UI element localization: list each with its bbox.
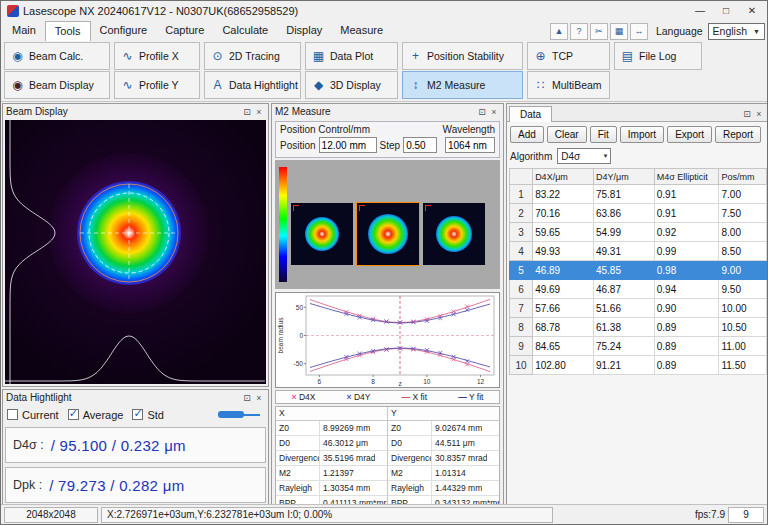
file-log-icon: ▤	[621, 49, 634, 63]
m2-result-row: Z0 8.99269 mm	[276, 421, 387, 436]
collapse-ribbon-icon[interactable]: ▲	[550, 23, 568, 40]
language-select[interactable]: English ▼	[708, 23, 765, 40]
checkbox-box[interactable]	[132, 409, 143, 420]
tool-tcp[interactable]: ⊕ TCP	[527, 42, 610, 70]
table-row-10[interactable]: 10102.8091.210.8911.50	[510, 356, 767, 375]
cursor-info-status: X:2.726971e+03um,Y:6.232781e+03um I:0; 0…	[101, 507, 553, 523]
menu-item-display[interactable]: Display	[277, 21, 331, 41]
menu-item-configure[interactable]: Configure	[91, 21, 157, 41]
tool-profile-y[interactable]: ∿ Profile Y	[114, 71, 200, 99]
step-input[interactable]	[403, 137, 437, 153]
tool-profile-x[interactable]: ∿ Profile X	[114, 42, 200, 70]
counter-box[interactable]: 9	[728, 507, 764, 523]
close-panel-icon[interactable]: ×	[253, 393, 265, 403]
export-button[interactable]: Export	[667, 126, 712, 143]
column-header-3[interactable]: M4σ Ellipticit	[654, 169, 719, 185]
row-number[interactable]: 3	[510, 223, 533, 242]
beam-thumbnail-1[interactable]	[291, 203, 353, 265]
beam-thumbnail-2-selected[interactable]	[357, 203, 419, 265]
table-cell: 61.38	[593, 318, 654, 337]
row-number[interactable]: 4	[510, 242, 533, 261]
tool-file-log[interactable]: ▤ File Log	[614, 42, 702, 70]
tool-beam-calc[interactable]: ◉ Beam Calc.	[4, 42, 110, 70]
resize-icon[interactable]: ↔	[630, 23, 648, 40]
layout-icon[interactable]: ▦	[610, 23, 628, 40]
report-button[interactable]: Report	[715, 126, 761, 143]
table-row-8[interactable]: 868.7861.380.8910.50	[510, 318, 767, 337]
table-row-4[interactable]: 449.9349.310.998.50	[510, 242, 767, 261]
menu-item-calculate[interactable]: Calculate	[213, 21, 277, 41]
measurement-table: D4X/μmD4Y/μmM4σ EllipticitPos/mm183.2275…	[509, 168, 767, 375]
algorithm-select[interactable]: D4σ ▾	[557, 148, 611, 164]
row-number[interactable]: 5	[510, 261, 533, 280]
clear-button[interactable]: Clear	[547, 126, 587, 143]
checkbox-box[interactable]	[68, 409, 79, 420]
row-number[interactable]: 6	[510, 280, 533, 299]
highlight-zoom-slider[interactable]	[218, 411, 260, 418]
tool-multibeam[interactable]: ∷ MultiBeam	[527, 71, 610, 99]
column-header-1[interactable]: D4X/μm	[533, 169, 594, 185]
m2-result-row: Z0 9.02674 mm	[388, 421, 499, 436]
column-header-2[interactable]: D4Y/μm	[593, 169, 654, 185]
checkbox-std[interactable]: Std	[132, 409, 164, 421]
float-panel-icon[interactable]: ⊡	[241, 393, 253, 403]
position-input[interactable]	[319, 137, 377, 153]
tool-position-stability[interactable]: + Position Stability	[402, 42, 523, 70]
import-button[interactable]: Import	[620, 126, 664, 143]
menu-item-tools[interactable]: Tools	[45, 21, 91, 41]
column-header-0[interactable]	[510, 169, 533, 185]
checkbox-current[interactable]: Current	[7, 409, 59, 421]
column-header-4[interactable]: Pos/mm	[719, 169, 767, 185]
table-row-5[interactable]: 546.8945.850.989.00	[510, 261, 767, 280]
highlight-row: Dpk : / 79.273 / 0.282 μm	[5, 467, 266, 503]
tool-3d-display[interactable]: ◆ 3D Display	[305, 71, 398, 99]
close-button[interactable]: ✕	[739, 3, 765, 19]
position-stability-icon: +	[409, 49, 422, 63]
checkbox-box[interactable]	[7, 409, 18, 420]
colorbar	[279, 167, 287, 282]
menu-item-measure[interactable]: Measure	[331, 21, 392, 41]
add-button[interactable]: Add	[510, 126, 544, 143]
minimize-button[interactable]: —	[687, 3, 713, 19]
table-row-7[interactable]: 757.6651.660.9010.00	[510, 299, 767, 318]
close-panel-icon[interactable]: ×	[253, 107, 265, 117]
tool-m2-measure[interactable]: ↕ M2 Measure	[402, 71, 523, 99]
tool-beam-display[interactable]: ◉ Beam Display	[4, 71, 110, 99]
menu-item-main[interactable]: Main	[3, 21, 45, 41]
table-row-6[interactable]: 649.6946.870.949.50	[510, 280, 767, 299]
row-number[interactable]: 8	[510, 318, 533, 337]
table-row-9[interactable]: 984.6575.240.8911.00	[510, 337, 767, 356]
tool-data-plot[interactable]: ▦ Data Plot	[305, 42, 398, 70]
float-panel-icon[interactable]: ⊡	[741, 109, 753, 119]
close-panel-icon[interactable]: ×	[488, 107, 500, 117]
table-row-3[interactable]: 359.6554.990.928.00	[510, 223, 767, 242]
float-panel-icon[interactable]: ⊡	[476, 107, 488, 117]
row-number[interactable]: 7	[510, 299, 533, 318]
resolution-status: 2048x2048	[4, 507, 98, 523]
table-row-2[interactable]: 270.1663.860.917.50	[510, 204, 767, 223]
checkbox-average[interactable]: Average	[68, 409, 124, 421]
beam-horizontal-profile-curve	[5, 336, 265, 381]
data-panel: Data ⊡ × AddClearFitImportExportReport A…	[506, 103, 768, 505]
menu-item-capture[interactable]: Capture	[156, 21, 213, 41]
close-panel-icon[interactable]: ×	[753, 109, 765, 119]
maximize-button[interactable]: □	[713, 3, 739, 19]
fit-button[interactable]: Fit	[590, 126, 617, 143]
wavelength-input[interactable]	[445, 137, 495, 153]
tool-2d-tracing[interactable]: ⊙ 2D Tracing	[204, 42, 301, 70]
tab-data[interactable]: Data	[509, 106, 552, 122]
beam-thumbnail-3[interactable]	[423, 203, 485, 265]
checkbox-label: Std	[147, 409, 164, 421]
beam-image[interactable]	[5, 120, 266, 384]
row-number[interactable]: 2	[510, 204, 533, 223]
float-panel-icon[interactable]: ⊡	[241, 107, 253, 117]
table-row-1[interactable]: 183.2275.810.917.00	[510, 185, 767, 204]
row-number[interactable]: 1	[510, 185, 533, 204]
row-number[interactable]: 9	[510, 337, 533, 356]
tool-data-hightlight[interactable]: A Data Hightlight	[204, 71, 301, 99]
caustic-chart[interactable]: 50 0 -50 6 8 10 12zbeam radius	[275, 292, 500, 388]
help-icon[interactable]: ?	[570, 23, 588, 40]
snip-icon[interactable]: ✂	[590, 23, 608, 40]
row-number[interactable]: 10	[510, 356, 533, 375]
m2-result-value: 44.511 μm	[432, 436, 475, 450]
